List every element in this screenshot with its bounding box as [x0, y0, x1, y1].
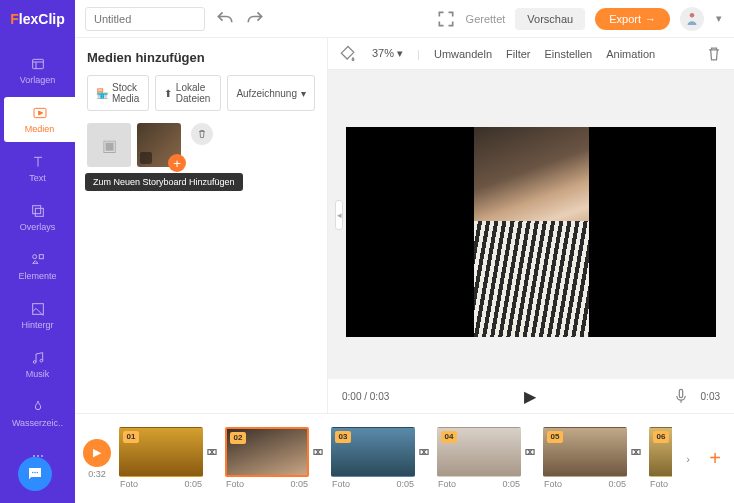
transition-button[interactable] — [309, 427, 327, 477]
zoom-level[interactable]: 37% ▾ — [372, 47, 403, 60]
media-thumb-placeholder[interactable]: ▣ — [87, 123, 131, 167]
total-duration: 0:32 — [88, 469, 106, 479]
preview-button[interactable]: Vorschau — [515, 8, 585, 30]
bg-icon — [30, 301, 46, 317]
transition-button[interactable] — [415, 427, 433, 477]
svg-point-14 — [34, 472, 36, 474]
image-icon — [140, 152, 152, 164]
storyboard-play-button[interactable]: ▶ — [83, 439, 111, 467]
svg-point-12 — [41, 455, 43, 457]
storyboard-item[interactable]: 03 — [331, 427, 415, 477]
export-button[interactable]: Export→ — [595, 8, 670, 30]
storyboard-item[interactable]: 02 — [225, 427, 309, 477]
avatar[interactable] — [680, 7, 704, 31]
templates-icon — [30, 56, 46, 72]
transform-button[interactable]: Umwandeln — [434, 48, 492, 60]
clip-duration: 0:05 — [396, 479, 414, 489]
svg-rect-4 — [35, 208, 43, 216]
clip-type: Foto — [438, 479, 456, 489]
clip-number: 01 — [123, 431, 139, 443]
svg-marker-2 — [38, 111, 42, 115]
clip-number: 02 — [230, 432, 246, 444]
panel-title: Medien hinzufügen — [87, 50, 315, 65]
sidebar-item-media[interactable]: Medien — [4, 97, 75, 142]
play-button[interactable]: ▶ — [524, 387, 536, 406]
animation-button[interactable]: Animation — [606, 48, 655, 60]
sidebar-item-text[interactable]: Text — [0, 146, 75, 191]
clip-type: Foto — [544, 479, 562, 489]
clip-duration: 0:05 — [608, 479, 626, 489]
record-button[interactable]: Aufzeichnung▾ — [227, 75, 315, 111]
svg-point-8 — [33, 361, 36, 364]
adjust-button[interactable]: Einstellen — [545, 48, 593, 60]
watermark-icon — [30, 399, 46, 415]
media-thumb[interactable]: + — [137, 123, 181, 167]
svg-rect-0 — [32, 59, 43, 68]
svg-point-15 — [37, 472, 39, 474]
upload-icon: ⬆ — [164, 88, 172, 99]
playback-time: 0:00 / 0:03 — [342, 391, 389, 402]
clip-type: Foto — [332, 479, 350, 489]
local-files-button[interactable]: ⬆Lokale Dateien — [155, 75, 222, 111]
title-input[interactable] — [85, 7, 205, 31]
chevron-down-icon[interactable]: ▾ — [714, 9, 724, 29]
clip-type: Foto — [650, 479, 668, 489]
add-storyboard-button[interactable]: + — [704, 448, 726, 470]
panel-resize-handle[interactable]: ◂ — [335, 200, 343, 230]
fullscreen-icon[interactable] — [436, 9, 456, 29]
overlays-icon — [30, 203, 46, 219]
trash-icon[interactable] — [704, 44, 724, 64]
storyboard-item[interactable]: 06 — [649, 427, 672, 477]
svg-rect-7 — [32, 304, 43, 315]
elements-icon — [30, 252, 46, 268]
transition-button[interactable] — [521, 427, 539, 477]
chevron-down-icon: ▾ — [301, 88, 306, 99]
sidebar-item-elements[interactable]: Elemente — [0, 244, 75, 289]
logo: FlexClip — [0, 0, 75, 38]
clip-number: 04 — [441, 431, 457, 443]
svg-point-16 — [690, 13, 695, 18]
add-to-storyboard-button[interactable]: + — [168, 154, 186, 172]
text-icon — [30, 154, 46, 170]
svg-rect-6 — [39, 255, 43, 259]
mic-icon[interactable] — [671, 386, 691, 406]
redo-icon[interactable] — [245, 9, 265, 29]
svg-rect-17 — [679, 389, 682, 397]
tooltip: Zum Neuen Storyboard Hinzufügen — [85, 173, 243, 191]
arrow-right-icon: → — [645, 13, 656, 25]
clip-type: Foto — [226, 479, 244, 489]
svg-point-5 — [32, 255, 36, 259]
undo-icon[interactable] — [215, 9, 235, 29]
duration: 0:03 — [701, 391, 720, 402]
clip-duration: 0:05 — [502, 479, 520, 489]
sidebar-item-templates[interactable]: Vorlagen — [0, 48, 75, 93]
shop-icon: 🏪 — [96, 88, 108, 99]
sidebar-item-bg[interactable]: Hintergr — [0, 293, 75, 338]
preview-canvas[interactable] — [346, 127, 716, 337]
svg-rect-3 — [32, 206, 40, 214]
sidebar-item-overlays[interactable]: Overlays — [0, 195, 75, 240]
transition-button[interactable] — [627, 427, 645, 477]
clip-number: 06 — [653, 431, 669, 443]
image-icon: ▣ — [102, 136, 117, 155]
storyboard-item[interactable]: 04 — [437, 427, 521, 477]
clip-type: Foto — [120, 479, 138, 489]
clip-number: 05 — [547, 431, 563, 443]
storyboard-item[interactable]: 01 — [119, 427, 203, 477]
sidebar-item-watermark[interactable]: Wasserzeic.. — [0, 391, 75, 436]
media-icon — [32, 105, 48, 121]
storyboard-scroll-right[interactable]: › — [680, 453, 696, 465]
delete-button[interactable] — [191, 123, 213, 145]
clip-duration: 0:05 — [290, 479, 308, 489]
svg-point-9 — [40, 359, 43, 362]
sidebar-item-music[interactable]: Musik — [0, 342, 75, 387]
filter-button[interactable]: Filter — [506, 48, 530, 60]
svg-point-13 — [32, 472, 34, 474]
transition-button[interactable] — [203, 427, 221, 477]
saved-status: Gerettet — [466, 13, 506, 25]
stock-media-button[interactable]: 🏪Stock Media — [87, 75, 149, 111]
canvas-image — [474, 127, 589, 337]
bucket-icon[interactable] — [338, 44, 358, 64]
storyboard-item[interactable]: 05 — [543, 427, 627, 477]
chat-button[interactable] — [18, 457, 52, 491]
